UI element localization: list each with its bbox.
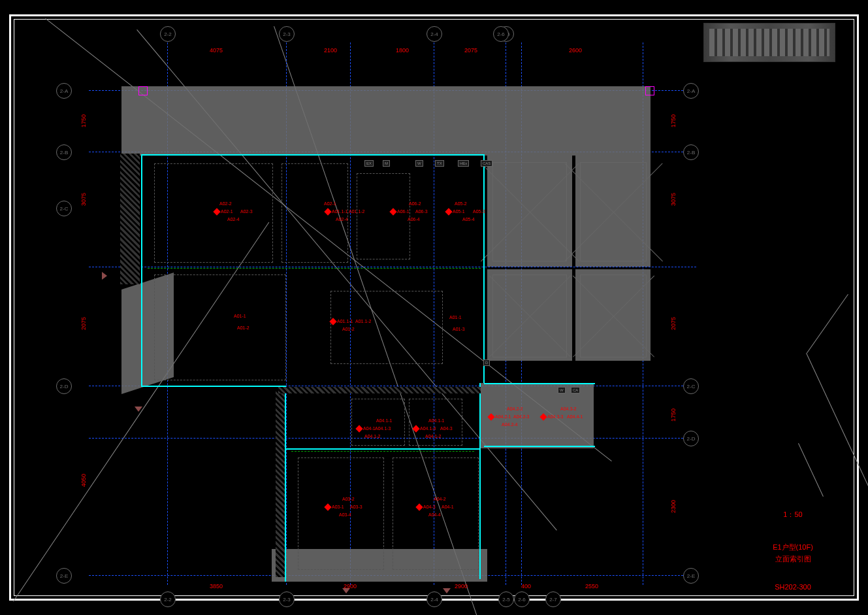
elevation-marker: A04.1-1	[428, 418, 445, 423]
grid-bubble: 2-D	[56, 378, 72, 394]
elevation-marker: A04-4	[428, 512, 441, 517]
grid-bubble: 2-6	[514, 591, 530, 607]
elevation-marker: A02-3	[240, 209, 253, 214]
elevation-marker: A04.2-4	[502, 422, 518, 427]
equipment-tag: W	[558, 387, 566, 393]
elevation-marker: A06-4	[408, 217, 420, 222]
dimension-text: 2900	[344, 583, 357, 590]
elevation-marker: A02-4	[336, 217, 348, 222]
dimension-text: 2300	[670, 500, 677, 513]
cyan-trim	[479, 383, 481, 579]
elevation-marker: A04.1-3	[375, 426, 391, 431]
cyan-trim	[484, 383, 595, 384]
elevation-marker: A01.1-1	[329, 319, 353, 324]
elevation-marker: A04.3-2	[560, 407, 577, 411]
equipment-tag: EX	[364, 160, 374, 167]
elevation-marker: A02-2	[219, 201, 232, 206]
elevation-marker: A04-3	[415, 505, 436, 510]
wall-hatch	[276, 391, 285, 577]
elevator-shaft-icon	[492, 274, 567, 357]
cyan-trim	[141, 154, 484, 156]
elevation-marker: A03-1	[324, 505, 344, 510]
wall-hatch	[278, 387, 481, 393]
grid-line-h	[89, 267, 696, 267]
grid-bubble: 2-D	[683, 431, 699, 446]
drawing-title-2: 立面索引图	[744, 554, 842, 564]
grid-bubble: 2-3	[279, 26, 295, 42]
dimension-text: 2100	[324, 47, 337, 54]
elevation-marker: A06-2	[409, 201, 421, 206]
elevation-marker: A02-4	[227, 217, 240, 222]
ceiling-line	[148, 268, 481, 269]
equipment-tag: CAS	[481, 160, 492, 167]
section-arrow-icon	[135, 407, 142, 412]
ceiling-line	[291, 451, 474, 452]
cyan-trim	[483, 154, 485, 383]
elevation-marker: A05-3	[473, 209, 485, 214]
dimension-text: 1800	[396, 47, 409, 54]
grid-bubble: 2-C	[56, 201, 72, 216]
cyan-trim	[141, 154, 142, 387]
elevation-marker: A04.1-1	[376, 418, 393, 423]
elevation-marker: A01-2	[342, 327, 355, 331]
equipment-tag: D	[483, 359, 490, 366]
elevation-marker: A04.1-4	[412, 426, 436, 431]
dimension-text: 3075	[670, 193, 677, 206]
elevation-marker: A01.1-2	[355, 319, 372, 324]
elevation-marker: A04-2	[434, 497, 446, 501]
elevation-marker: A06-3	[415, 209, 428, 214]
elevation-marker: A04.4-1	[567, 414, 583, 419]
elevation-marker: A04.2-3	[513, 414, 530, 419]
elevation-marker: A03-3	[350, 505, 362, 509]
dimension-text: 4075	[210, 47, 223, 54]
elevation-marker: A01-2	[237, 325, 249, 330]
cyan-trim	[285, 386, 286, 582]
grid-bubble: 2-A	[683, 83, 699, 99]
bath-furn	[357, 173, 410, 259]
dimension-text: 4050	[80, 474, 87, 487]
grid-bubble: 2-B	[683, 144, 699, 160]
elevation-marker: A04.2-1	[487, 414, 511, 420]
grid-bubble: 2-6	[493, 26, 509, 42]
drawing-title-1: E1户型(10F)	[744, 542, 842, 552]
dimension-text: 2075	[670, 317, 677, 330]
elevation-marker: A05-1	[445, 209, 465, 214]
equipment-tag: CA	[571, 387, 580, 393]
dimension-text: 400	[521, 583, 531, 590]
elevation-marker: A04.1-2	[364, 434, 381, 439]
grid-bubble: 2-B	[56, 144, 72, 160]
grid-bubble: 2-A	[56, 83, 72, 99]
dimension-text: 1750	[670, 408, 677, 422]
grid-bubble: 2-2	[160, 26, 176, 42]
cyan-trim	[484, 446, 595, 447]
grid-bubble: 2-E	[56, 568, 72, 584]
elevation-marker: A05-2	[455, 201, 467, 206]
grid-bubble: 2-C	[683, 378, 699, 394]
dimension-text: 2075	[464, 47, 477, 54]
dimension-text: 3075	[80, 193, 87, 206]
elevation-marker: A04-1	[442, 505, 454, 509]
key-plan-thumbnail	[703, 23, 835, 62]
wall-hatch	[120, 154, 140, 284]
elevation-marker: A01-1	[449, 315, 462, 320]
dimension-text: 3850	[210, 583, 223, 590]
column-marker	[138, 86, 148, 95]
grid-bubble: 2-3	[279, 591, 295, 607]
elevation-marker: A01.1-2	[349, 209, 365, 214]
grid-bubble: 2-5	[498, 591, 514, 607]
balcony-slab	[121, 86, 651, 156]
grid-bubble: 2-4	[426, 26, 442, 42]
column-marker	[645, 86, 654, 95]
drawing-scale: 1：50	[744, 510, 842, 520]
dimension-text: 1750	[670, 114, 677, 127]
grid-bubble: 2-4	[426, 591, 442, 607]
grid-bubble: 2-7	[545, 591, 561, 607]
dimension-text: 2900	[455, 583, 468, 590]
elevator-shaft-icon	[580, 274, 647, 357]
cad-viewport[interactable]: 1：50 E1户型(10F) 立面索引图 SH202-300	[0, 0, 868, 615]
elevation-marker: A04-3	[440, 426, 453, 431]
floor-plan[interactable]: 2-22-32-42-52-6 2-22-32-42-52-62-7 2-A2-…	[82, 33, 703, 595]
elevation-marker: A04.3-3	[539, 414, 564, 420]
elevation-marker: A02-1	[324, 201, 336, 206]
dimension-text: 1750	[80, 114, 87, 127]
